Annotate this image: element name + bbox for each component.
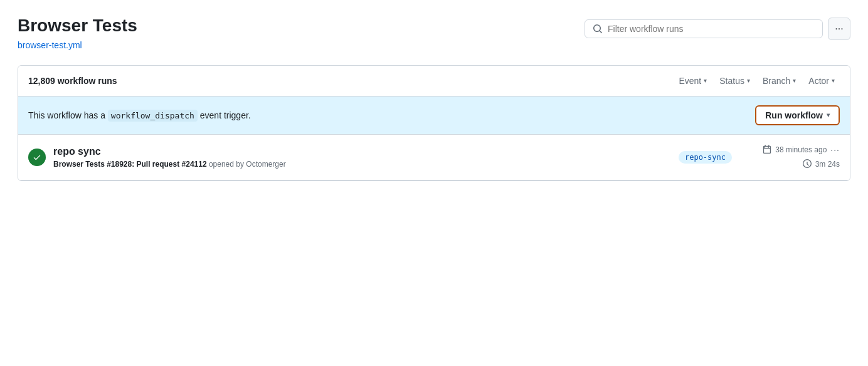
branch-chevron-icon: ▾ bbox=[793, 77, 796, 84]
event-filter-label: Event bbox=[679, 76, 701, 86]
run-workflow-button[interactable]: Run workflow ▾ bbox=[755, 105, 840, 125]
page-header: Browser Tests browser-test.yml ··· bbox=[18, 15, 850, 50]
run-workflow-label: Run workflow bbox=[765, 110, 823, 120]
header-left: Browser Tests browser-test.yml bbox=[18, 15, 137, 50]
actor-chevron-icon: ▾ bbox=[832, 77, 835, 84]
status-chevron-icon: ▾ bbox=[747, 77, 750, 84]
event-chevron-icon: ▾ bbox=[704, 77, 707, 84]
clock-icon bbox=[803, 159, 812, 170]
run-info: repo sync Browser Tests #18928: Pull req… bbox=[53, 146, 671, 169]
run-success-icon bbox=[28, 149, 46, 166]
dispatch-banner: This workflow has a workflow_dispatch ev… bbox=[18, 97, 850, 135]
run-title: repo sync bbox=[53, 146, 671, 157]
dispatch-text-after: event trigger. bbox=[200, 110, 251, 120]
search-box bbox=[585, 19, 823, 38]
event-filter-button[interactable]: Event ▾ bbox=[674, 73, 712, 88]
branch-filter-button[interactable]: Branch ▾ bbox=[758, 73, 801, 88]
run-workflow-chevron-icon: ▾ bbox=[827, 112, 830, 118]
run-time-ago: 38 minutes ago bbox=[775, 145, 827, 154]
branch-filter-label: Branch bbox=[763, 76, 790, 86]
main-panel: 12,809 workflow runs Event ▾ Status ▾ Br… bbox=[18, 65, 850, 181]
panel-header: 12,809 workflow runs Event ▾ Status ▾ Br… bbox=[18, 66, 850, 97]
run-options-dots[interactable]: ··· bbox=[830, 145, 840, 155]
run-duration-row: 3m 24s bbox=[803, 159, 840, 170]
run-subtitle-bold: Browser Tests #18928: Pull request #2411… bbox=[53, 160, 207, 169]
more-options-button[interactable]: ··· bbox=[828, 18, 850, 40]
dispatch-text: This workflow has a workflow_dispatch ev… bbox=[28, 110, 251, 120]
search-input[interactable] bbox=[608, 24, 815, 34]
header-right: ··· bbox=[585, 18, 850, 40]
workflow-run-item: repo sync Browser Tests #18928: Pull req… bbox=[18, 135, 850, 180]
run-subtitle: Browser Tests #18928: Pull request #2411… bbox=[53, 160, 671, 169]
filter-buttons: Event ▾ Status ▾ Branch ▾ Actor ▾ bbox=[674, 73, 840, 88]
run-subtitle-normal: opened by Octomerger bbox=[209, 160, 286, 169]
status-filter-label: Status bbox=[719, 76, 744, 86]
page-title: Browser Tests bbox=[18, 15, 137, 36]
workflow-count: 12,809 workflow runs bbox=[28, 76, 117, 86]
search-icon bbox=[593, 24, 603, 34]
run-duration: 3m 24s bbox=[815, 160, 840, 169]
actor-filter-label: Actor bbox=[808, 76, 829, 86]
actor-filter-button[interactable]: Actor ▾ bbox=[803, 73, 840, 88]
calendar-icon bbox=[763, 145, 771, 155]
run-time-row: 38 minutes ago ··· bbox=[763, 145, 840, 155]
status-filter-button[interactable]: Status ▾ bbox=[714, 73, 755, 88]
run-meta: 38 minutes ago ··· 3m 24s bbox=[739, 145, 840, 170]
run-branch-badge: repo-sync bbox=[679, 151, 732, 164]
dispatch-text-before: This workflow has a bbox=[28, 110, 105, 120]
dispatch-code: workflow_dispatch bbox=[108, 110, 198, 122]
workflow-file-link[interactable]: browser-test.yml bbox=[18, 40, 82, 50]
